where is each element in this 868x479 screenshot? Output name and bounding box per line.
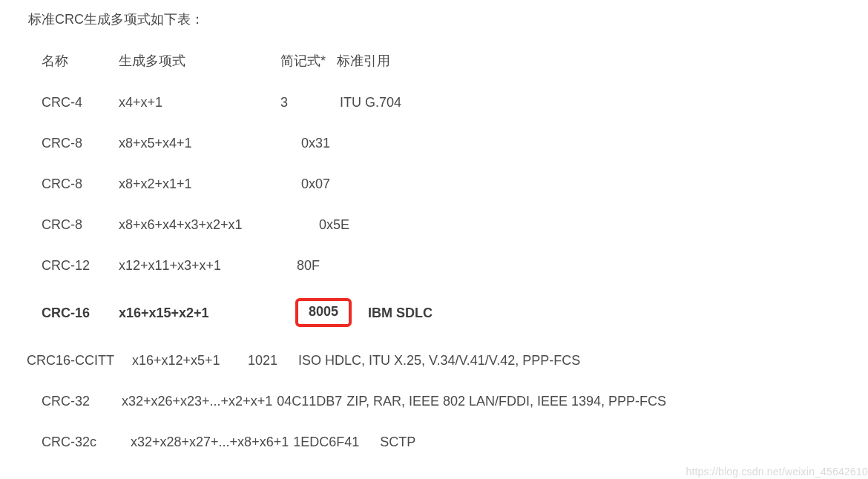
cell-name: CRC16-CCITT xyxy=(27,353,132,369)
cell-ref: SCTP xyxy=(380,435,415,450)
cell-poly: x16+x12+x5+1 xyxy=(132,353,248,369)
cell-short: 1EDC6F41 xyxy=(293,435,359,450)
header-polynomial: 生成多项式 xyxy=(119,52,280,70)
cell-short: 0x07 xyxy=(301,176,330,192)
cell-poly: x16+x15+x2+1 xyxy=(119,305,307,321)
cell-name: CRC-16 xyxy=(28,305,119,321)
cell-name: CRC-32 xyxy=(28,394,122,409)
cell-poly: x8+x6+x4+x3+x2+x1 xyxy=(119,217,319,233)
cell-name: CRC-8 xyxy=(28,136,119,151)
cell-ref: ISO HDLC, ITU X.25, V.34/V.41/V.42, PPP-… xyxy=(298,353,580,369)
watermark-text: https://blog.csdn.net/weixin_45642610 xyxy=(685,466,868,478)
table-row: CRC-32 x32+x26+x23+...+x2+x+1 04C11DB7 Z… xyxy=(28,394,868,409)
cell-poly: x8+x5+x4+1 xyxy=(119,136,301,151)
cell-ref: ZIP, RAR, IEEE 802 LAN/FDDI, IEEE 1394, … xyxy=(346,394,666,409)
cell-poly: x4+x+1 xyxy=(119,95,280,110)
cell-ref: IBM SDLC xyxy=(358,305,433,321)
cell-short: 1021 xyxy=(248,353,298,369)
cell-poly: x12+x11+x3+x+1 xyxy=(119,258,297,274)
cell-name: CRC-4 xyxy=(28,95,119,110)
title-text: 标准CRC生成多项式如下表： xyxy=(28,10,868,28)
table-row: CRC-4 x4+x+1 3 ITU G.704 xyxy=(28,95,868,110)
cell-ref: ITU G.704 xyxy=(332,95,401,110)
header-shorthand: 简记式* xyxy=(280,52,337,70)
table-row: CRC16-CCITT x16+x12+x5+1 1021 ISO HDLC, … xyxy=(28,353,868,369)
cell-poly: x32+x26+x23+...+x2+x+1 xyxy=(122,394,272,409)
cell-name: CRC-12 xyxy=(28,258,119,274)
cell-short: 80F xyxy=(297,258,320,274)
table-row: CRC-12 x12+x11+x3+x+1 80F xyxy=(28,258,868,274)
table-row: CRC-8 x8+x2+x1+1 0x07 xyxy=(28,176,868,192)
cell-short: 0x5E xyxy=(319,217,349,233)
cell-short: 04C11DB7 xyxy=(277,394,342,409)
cell-name: CRC-8 xyxy=(28,217,119,233)
cell-short: 8005 xyxy=(309,304,338,320)
table-row: CRC-8 x8+x5+x4+1 0x31 xyxy=(28,136,868,151)
header-name: 名称 xyxy=(28,52,119,70)
cell-name: CRC-32c xyxy=(28,435,131,450)
cell-poly: x8+x2+x1+1 xyxy=(119,176,301,192)
cell-poly: x32+x28+x27+...+x8+x6+1 xyxy=(131,435,289,450)
table-header-row: 名称 生成多项式 简记式* 标准引用 xyxy=(28,52,868,70)
cell-short: 0x31 xyxy=(301,136,330,151)
table-row-highlight: CRC-16 x16+x15+x2+1 8005 IBM SDLC xyxy=(28,299,868,328)
cell-short: 3 xyxy=(280,95,332,110)
header-reference: 标准引用 xyxy=(337,52,390,70)
cell-name: CRC-8 xyxy=(28,176,119,192)
highlight-shorthand-box: 8005 xyxy=(295,298,352,327)
table-row: CRC-8 x8+x6+x4+x3+x2+x1 0x5E xyxy=(28,217,868,233)
table-row: CRC-32c x32+x28+x27+...+x8+x6+1 1EDC6F41… xyxy=(28,435,868,450)
